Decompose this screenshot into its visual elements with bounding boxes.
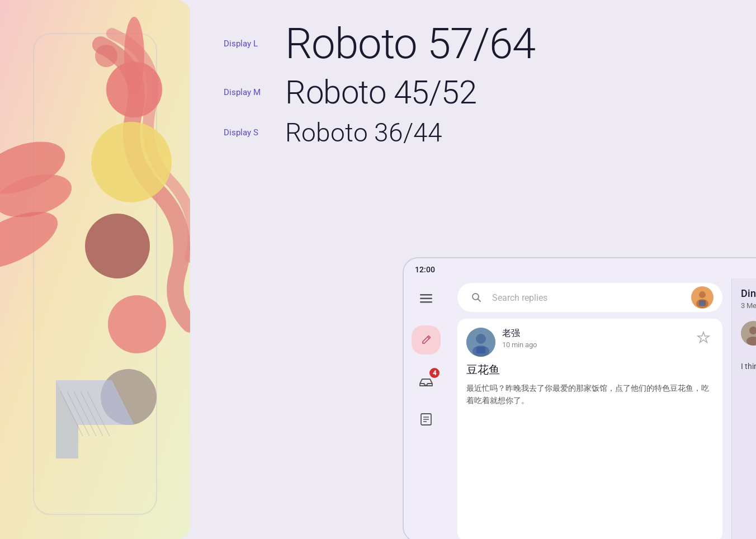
preview-text: I think it's ti new spot do	[741, 361, 756, 372]
notes-icon[interactable]	[415, 408, 437, 431]
message-header: 老强 10 min ago	[466, 328, 714, 357]
star-icon[interactable]	[693, 328, 714, 348]
phone-body: 4	[404, 278, 756, 539]
inbox-badge: 4	[429, 368, 440, 378]
compose-fab-button[interactable]	[412, 325, 441, 354]
contact-avatar	[741, 321, 756, 346]
svg-point-6	[124, 17, 144, 95]
svg-rect-31	[699, 300, 706, 306]
svg-rect-21	[420, 301, 432, 303]
message-card: 老强 10 min ago 豆花鱼 最近忙吗？昨晚我去了你最爱的那家饭馆，点了他…	[457, 319, 722, 539]
typography-section: Display L Roboto 57/64 Display M Roboto …	[224, 22, 722, 145]
message-subject: 豆花鱼	[466, 362, 714, 377]
svg-line-27	[478, 299, 481, 302]
message-time: 10 min ago	[502, 341, 693, 349]
phone-main-content: Search replies	[448, 278, 731, 539]
message-body: 最近忙吗？昨晚我去了你最爱的那家饭馆，点了他们的特色豆花鱼，吃着吃着就想你了。	[466, 382, 714, 407]
phone-mockup: 12:00	[403, 257, 756, 539]
left-decorative-panel	[0, 0, 190, 539]
message-meta: 老强 10 min ago	[502, 328, 693, 349]
svg-rect-19	[420, 294, 432, 296]
svg-point-29	[699, 291, 706, 298]
svg-point-33	[476, 334, 486, 344]
display-s-sample: Roboto 36/44	[285, 120, 442, 145]
sender-avatar	[466, 328, 495, 357]
display-m-sample: Roboto 45/52	[285, 76, 476, 108]
display-m-label: Display M	[224, 87, 285, 97]
hamburger-menu-icon[interactable]	[415, 287, 437, 310]
search-placeholder-text: Search replies	[492, 292, 686, 303]
svg-point-7	[95, 45, 117, 67]
contact-item: So Du 20 mi To me, Ziad, a	[741, 321, 756, 352]
svg-point-10	[108, 295, 166, 353]
display-l-row: Display L Roboto 57/64	[224, 22, 722, 65]
svg-rect-20	[420, 298, 432, 300]
display-s-row: Display S Roboto 36/44	[224, 120, 722, 145]
display-l-label: Display L	[224, 39, 285, 49]
svg-point-8	[91, 122, 172, 202]
user-avatar[interactable]	[691, 286, 714, 309]
right-content-area: Display L Roboto 57/64 Display M Roboto …	[190, 0, 756, 539]
display-s-label: Display S	[224, 127, 285, 138]
phone-right-panel: Dinner Clu 3 Messages So Du 20 mi To me,…	[731, 278, 756, 539]
group-name: Dinner Clu	[741, 287, 756, 299]
search-icon	[466, 287, 486, 308]
phone-status-bar: 12:00	[404, 258, 756, 278]
svg-point-9	[85, 214, 150, 278]
message-sender-name: 老强	[502, 328, 693, 339]
status-time: 12:00	[415, 265, 435, 274]
search-bar[interactable]: Search replies	[457, 283, 722, 312]
display-m-row: Display M Roboto 45/52	[224, 76, 722, 108]
inbox-icon[interactable]: 4	[415, 370, 437, 393]
group-subtitle: 3 Messages	[741, 301, 756, 310]
phone-sidebar: 4	[404, 278, 448, 539]
display-l-sample: Roboto 57/64	[285, 22, 535, 65]
svg-rect-35	[476, 347, 485, 353]
